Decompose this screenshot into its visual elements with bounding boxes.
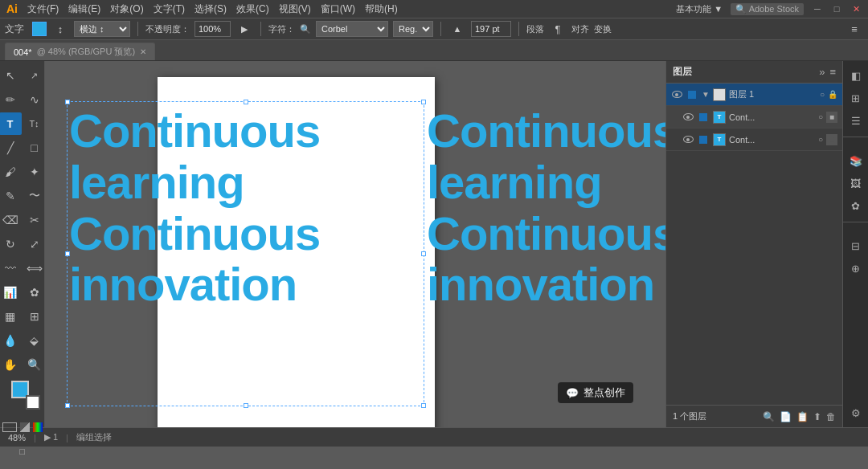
artboard-nav: ▶ 1 xyxy=(44,432,58,442)
type-tool[interactable]: T xyxy=(0,112,22,135)
layers-menu-icon[interactable]: ≡ xyxy=(829,66,836,78)
menu-text[interactable]: 文字(T) xyxy=(154,2,185,16)
sublayer1-name[interactable]: Cont... xyxy=(729,112,815,122)
eyedropper-tool[interactable]: 💧 xyxy=(0,329,22,352)
mesh-tool[interactable]: ⊞ xyxy=(23,305,46,328)
line-tool[interactable]: ╱ xyxy=(0,137,22,159)
symbols-icon[interactable]: ✿ xyxy=(846,196,866,215)
blob-tool[interactable]: ✦ xyxy=(23,161,46,183)
menu-expand-icon[interactable]: ≡ xyxy=(845,20,863,38)
selection-tool[interactable]: ↖ xyxy=(0,64,22,87)
view-mode-icon[interactable]: □ xyxy=(11,440,34,463)
none-color[interactable] xyxy=(2,422,17,432)
direct-select-tool[interactable]: ↗ xyxy=(23,64,46,87)
libraries-icon[interactable]: 📚 xyxy=(846,151,866,170)
settings-icon[interactable]: ⚙ xyxy=(846,403,866,422)
far-right-panel: ◧ ⊞ ☰ 📚 🖼 ✿ ⊟ ⊕ ⚙ xyxy=(842,61,868,427)
fg-bg-colors[interactable] xyxy=(11,381,34,403)
sublayer-text1-row[interactable]: T Cont... ○ ■ xyxy=(666,106,842,128)
layer-expand-arrow[interactable]: ▼ xyxy=(702,90,710,99)
transform-icon[interactable]: ⊕ xyxy=(846,259,866,278)
curvature-tool[interactable]: ∿ xyxy=(23,88,46,111)
font-size-up-icon[interactable]: ▲ xyxy=(448,20,466,38)
delete-layer-icon[interactable]: 🗑 xyxy=(826,411,836,422)
sublayer1-circle-icon[interactable]: ○ xyxy=(818,112,823,121)
layers-panel-icon[interactable]: ◧ xyxy=(846,66,866,85)
smooth-tool[interactable]: 〜 xyxy=(23,185,46,207)
new-layer-icon[interactable]: 📄 xyxy=(780,411,792,422)
align-icon[interactable]: ⊟ xyxy=(846,236,866,255)
menu-help[interactable]: 帮助(H) xyxy=(365,2,398,16)
find-layer-icon[interactable]: 🔍 xyxy=(763,411,775,422)
rotate-tool[interactable]: ↻ xyxy=(0,233,22,255)
move-to-layer-icon[interactable]: ⬆ xyxy=(813,411,821,422)
scale-tool[interactable]: ⤢ xyxy=(23,233,46,255)
new-sublayer-icon[interactable]: 📋 xyxy=(796,411,809,422)
sublayer1-color xyxy=(699,113,707,121)
watermark-text: 整点创作 xyxy=(583,385,625,400)
zoom-tool[interactable]: 🔍 xyxy=(23,353,46,376)
paragraph-icon[interactable]: ¶ xyxy=(549,20,567,38)
symbol-tool[interactable]: ✿ xyxy=(23,281,46,304)
menu-edit[interactable]: 编辑(E) xyxy=(68,2,100,16)
sublayer2-name[interactable]: Cont... xyxy=(729,135,815,145)
pen-tool[interactable]: ✏ xyxy=(0,88,22,111)
menu-view[interactable]: 视图(V) xyxy=(279,2,311,16)
handle-bottom-left[interactable] xyxy=(65,403,70,408)
rect-tool[interactable]: □ xyxy=(23,137,46,159)
scissors-tool[interactable]: ✂ xyxy=(23,209,46,231)
shape-select[interactable]: 横边 ↕ xyxy=(74,21,130,37)
layers-icons: » ≡ xyxy=(819,66,836,78)
color-mode[interactable] xyxy=(20,422,30,432)
layer-circle-icon[interactable]: ○ xyxy=(820,90,825,99)
layer-group-row[interactable]: ▼ 图层 1 ○ 🔒 xyxy=(666,84,842,106)
layers-expand-icon[interactable]: » xyxy=(819,66,825,78)
assets-icon[interactable]: 🖼 xyxy=(846,173,866,193)
opacity-arrow[interactable]: ▶ xyxy=(235,20,253,38)
document-tab[interactable]: 004* @ 48% (RGB/GPU 预览) ✕ xyxy=(5,43,155,60)
search-bar[interactable]: 🔍 Adobe Stock xyxy=(731,3,804,15)
font-family-select[interactable]: Corbel xyxy=(316,21,388,37)
sublayer2-visibility[interactable] xyxy=(682,134,694,145)
fill-color-box[interactable] xyxy=(32,22,47,36)
pencil-tool[interactable]: ✎ xyxy=(0,185,22,207)
workspace-selector[interactable]: 基本功能 ▼ xyxy=(676,3,723,15)
font-size-input[interactable] xyxy=(471,21,511,37)
close-button[interactable]: ✕ xyxy=(850,3,862,14)
gradient-mode[interactable] xyxy=(33,422,43,432)
sublayer2-circle-icon[interactable]: ○ xyxy=(818,135,823,144)
menu-object[interactable]: 对象(O) xyxy=(110,2,143,16)
blend-tool[interactable]: ⬙ xyxy=(23,329,46,352)
touch-type-tool[interactable]: T↕ xyxy=(23,112,46,135)
stroke-icon[interactable]: ↕ xyxy=(51,20,69,38)
menu-file[interactable]: 文件(F) xyxy=(27,2,59,16)
artboards-icon[interactable]: ⊞ xyxy=(846,88,866,108)
right-text-block[interactable]: Continuous learning Continuous innovatio… xyxy=(427,105,665,310)
sublayer-text2-row[interactable]: T Cont... ○ ■ xyxy=(666,128,842,151)
column-graph-tool[interactable]: 📊 xyxy=(0,281,22,304)
tab-close-button[interactable]: ✕ xyxy=(140,47,146,56)
menu-effect[interactable]: 效果(C) xyxy=(236,2,269,16)
background-color[interactable] xyxy=(26,395,40,410)
warp-tool[interactable]: 〰 xyxy=(0,257,22,279)
layer-lock-icon[interactable]: 🔒 xyxy=(828,90,837,99)
width-tool[interactable]: ⟺ xyxy=(23,257,46,279)
eraser-tool[interactable]: ⌫ xyxy=(0,209,22,231)
menu-window[interactable]: 窗口(W) xyxy=(321,2,355,16)
left-text-block[interactable]: Continuous learning Continuous innovatio… xyxy=(69,105,320,310)
maximize-button[interactable]: □ xyxy=(831,3,842,14)
gradient-tool[interactable]: ▦ xyxy=(0,305,22,328)
layer-visibility-eye[interactable] xyxy=(671,89,682,100)
layer-name[interactable]: 图层 1 xyxy=(729,88,817,100)
hand-tool[interactable]: ✋ xyxy=(0,353,22,376)
properties-icon[interactable]: ☰ xyxy=(846,111,866,130)
paintbrush-tool[interactable]: 🖌 xyxy=(0,161,22,183)
font-style-select[interactable]: Reg... xyxy=(393,21,433,37)
layers-title: 图层 xyxy=(673,65,692,79)
opacity-input[interactable] xyxy=(194,21,231,37)
minimize-button[interactable]: ─ xyxy=(812,3,823,14)
view-tools: □ xyxy=(11,440,34,463)
sublayer1-visibility[interactable] xyxy=(682,112,694,123)
separator3 xyxy=(440,22,441,36)
menu-select[interactable]: 选择(S) xyxy=(194,2,227,16)
